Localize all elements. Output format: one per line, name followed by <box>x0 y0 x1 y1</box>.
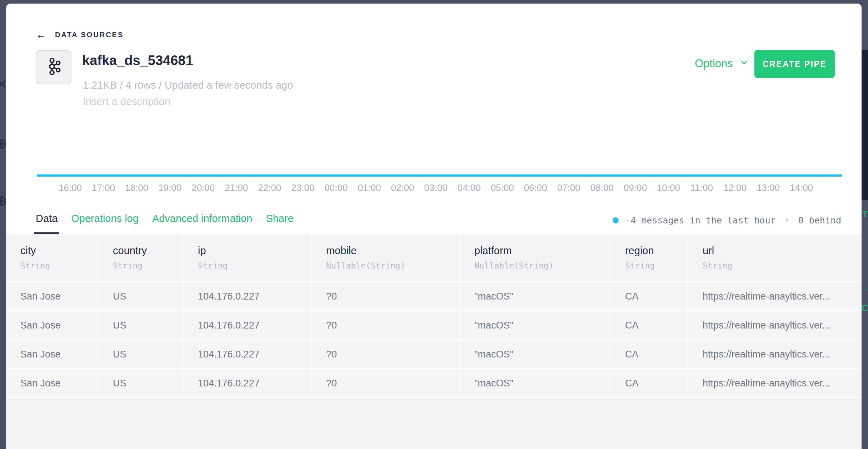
kafka-icon <box>44 57 63 77</box>
column-header-url[interactable]: urlString <box>687 234 862 281</box>
table-cell: https://realtime-anayltics.ver... <box>687 369 862 397</box>
table-cell: San Jose <box>6 369 98 397</box>
axis-tick: 16:00 <box>54 182 87 193</box>
chevron-down-icon <box>739 57 749 70</box>
datasource-icon-box <box>36 50 71 84</box>
table-cell: https://realtime-anayltics.ver... <box>687 282 862 310</box>
axis-tick: 11:00 <box>685 182 718 193</box>
create-pipe-button[interactable]: CREATE PIPE <box>754 50 835 78</box>
column-header-platform[interactable]: platformNullable(String) <box>459 234 610 281</box>
table-cell: ?0 <box>311 311 459 339</box>
kafka-status: -4 messages in the last hour · 0 behind <box>613 215 841 226</box>
table-body: San JoseUS104.176.0.227?0"macOS"CAhttps:… <box>6 282 862 397</box>
column-header-ip[interactable]: ipString <box>183 234 311 281</box>
axis-tick: 00:00 <box>319 182 353 193</box>
table-filler <box>6 398 862 449</box>
axis-tick: 12:00 <box>718 182 752 193</box>
axis-tick: 19:00 <box>153 182 186 193</box>
column-header-country[interactable]: countryString <box>98 234 183 281</box>
column-type: Nullable(String) <box>474 261 610 270</box>
status-dot-icon <box>613 217 619 223</box>
page-title: kafka_ds_534681 <box>82 53 193 68</box>
back-arrow-icon[interactable]: ← <box>36 29 46 40</box>
datasource-meta: 1.21KB / 4 rows / Updated a few seconds … <box>83 79 293 91</box>
axis-tick: 01:00 <box>353 182 386 193</box>
timeline-baseline <box>37 174 842 177</box>
column-name: url <box>703 245 862 257</box>
column-type: String <box>113 261 183 270</box>
column-header-region[interactable]: regionString <box>610 234 687 281</box>
screen: ✕ ⊕ ⊕ To CE ← DATA SOURCES <box>0 0 868 449</box>
status-separator: · <box>784 215 790 226</box>
table-cell: 104.176.0.227 <box>183 282 311 310</box>
column-name: city <box>20 245 98 257</box>
axis-tick: 06:00 <box>519 182 552 193</box>
axis-tick: 07:00 <box>552 182 585 193</box>
column-type: String <box>20 261 98 270</box>
options-label: Options <box>695 57 733 70</box>
data-preview-table: cityStringcountryStringipStringmobileNul… <box>6 234 862 449</box>
options-menu-button[interactable]: Options <box>695 57 749 70</box>
column-header-city[interactable]: cityString <box>6 234 98 281</box>
table-cell: ?0 <box>311 340 459 368</box>
table-cell: CA <box>610 369 687 397</box>
table-cell: https://realtime-anayltics.ver... <box>687 311 862 339</box>
background-fragment: To <box>862 209 868 220</box>
tab-share[interactable]: Share <box>266 213 293 232</box>
axis-tick: 04:00 <box>453 182 486 193</box>
table-cell: 104.176.0.227 <box>183 340 311 368</box>
tab-advanced-information[interactable]: Advanced information <box>152 213 253 232</box>
breadcrumb-label: DATA SOURCES <box>55 31 124 39</box>
axis-tick: 10:00 <box>652 182 685 193</box>
table-cell: ?0 <box>311 369 459 397</box>
axis-tick: 14:00 <box>785 182 818 193</box>
axis-tick: 02:00 <box>386 182 419 193</box>
column-name: ip <box>198 245 311 257</box>
axis-tick: 17:00 <box>87 182 120 193</box>
table-cell: San Jose <box>6 340 98 368</box>
axis-tick: 21:00 <box>220 182 253 193</box>
axis-tick: 20:00 <box>186 182 220 193</box>
axis-tick: 23:00 <box>286 182 319 193</box>
column-name: mobile <box>326 245 459 257</box>
background-band <box>862 50 868 200</box>
table-cell: "macOS" <box>459 340 610 368</box>
column-name: platform <box>474 245 610 257</box>
table-cell: San Jose <box>6 282 98 310</box>
table-cell: CA <box>610 311 687 339</box>
table-cell: San Jose <box>6 311 98 339</box>
tab-data[interactable]: Data <box>36 213 58 232</box>
status-behind: 0 behind <box>798 215 841 226</box>
tab-bar: DataOperations logAdvanced informationSh… <box>36 213 294 232</box>
table-cell: 104.176.0.227 <box>183 311 311 339</box>
background-fragment <box>862 289 868 290</box>
description-placeholder[interactable]: Insert a description <box>83 96 170 108</box>
table-cell: https://realtime-anayltics.ver... <box>687 340 862 368</box>
table-row: San JoseUS104.176.0.227?0"macOS"CAhttps:… <box>6 340 862 368</box>
table-cell: "macOS" <box>459 369 610 397</box>
table-row: San JoseUS104.176.0.227?0"macOS"CAhttps:… <box>6 369 862 397</box>
table-cell: CA <box>610 282 687 310</box>
table-cell: US <box>98 340 183 368</box>
table-cell: CA <box>610 340 687 368</box>
datasource-panel: ← DATA SOURCES kafka_ds_534681 1.21KB <box>6 4 862 449</box>
background-fragment: CE <box>862 302 868 314</box>
table-cell: US <box>98 311 183 339</box>
column-type: String <box>198 261 311 270</box>
axis-tick: 22:00 <box>253 182 286 193</box>
column-name: country <box>113 245 183 257</box>
table-cell: 104.176.0.227 <box>183 369 311 397</box>
axis-tick: 05:00 <box>486 182 519 193</box>
column-name: region <box>625 245 687 257</box>
table-cell: US <box>98 282 183 310</box>
column-header-mobile[interactable]: mobileNullable(String) <box>311 234 459 281</box>
column-type: Nullable(String) <box>326 261 459 270</box>
column-type: String <box>703 261 862 270</box>
breadcrumb[interactable]: ← DATA SOURCES <box>36 29 124 40</box>
table-header-row: cityStringcountryStringipStringmobileNul… <box>6 234 862 281</box>
table-row: San JoseUS104.176.0.227?0"macOS"CAhttps:… <box>6 311 862 339</box>
table-cell: "macOS" <box>459 282 610 310</box>
axis-tick: 03:00 <box>419 182 453 193</box>
table-cell: ?0 <box>311 282 459 310</box>
tab-operations-log[interactable]: Operations log <box>71 213 139 232</box>
